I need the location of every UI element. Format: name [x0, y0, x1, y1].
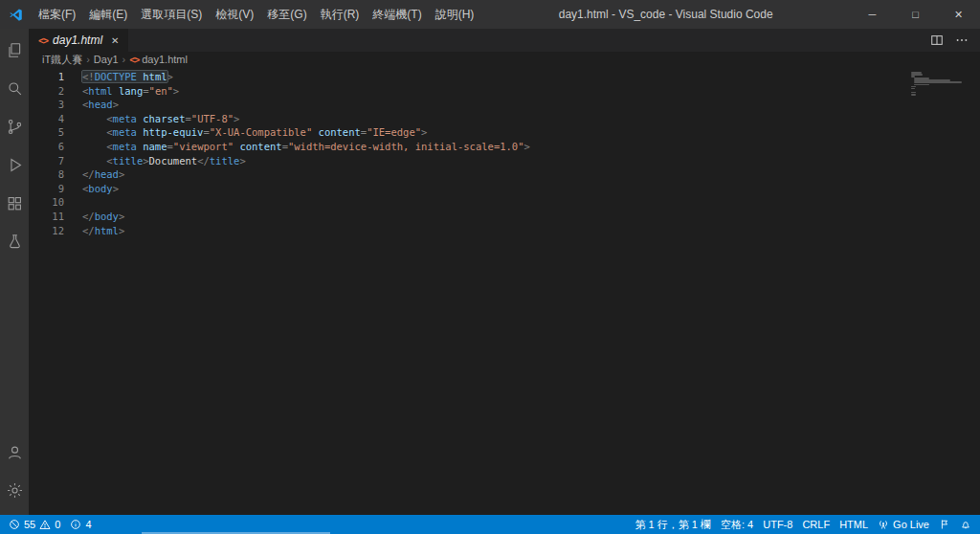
- tab-close-icon[interactable]: ✕: [111, 35, 119, 46]
- source-control-icon[interactable]: [0, 107, 29, 145]
- menu-item-selection[interactable]: 選取項目(S): [134, 0, 209, 29]
- line-number: 12: [29, 224, 64, 238]
- menu-item-help[interactable]: 說明(H): [429, 0, 481, 29]
- breadcrumb-item-day1[interactable]: Day1: [94, 54, 119, 65]
- feedback-button[interactable]: [934, 515, 955, 534]
- language-mode[interactable]: HTML: [835, 515, 873, 534]
- tab-bar: <> day1.html ✕: [29, 29, 980, 52]
- html-file-icon: <>: [129, 55, 139, 65]
- warning-icon: [39, 519, 51, 530]
- account-icon[interactable]: [0, 433, 29, 471]
- chevron-right-icon: ›: [86, 54, 90, 65]
- html-file-icon: <>: [38, 35, 48, 46]
- code-line[interactable]: 11</body>: [29, 210, 980, 224]
- minimap-line: [914, 84, 930, 86]
- encoding[interactable]: UTF-8: [758, 515, 797, 534]
- close-button[interactable]: ✕: [937, 0, 980, 29]
- line-number: 11: [29, 210, 64, 224]
- info-indicator[interactable]: 4: [65, 515, 96, 534]
- bell-icon: [960, 519, 971, 530]
- code-area: 1<!DOCTYPE html>2<html lang="en">3<head>…: [29, 70, 980, 237]
- line-number: 6: [29, 140, 64, 154]
- status-bar: 55 0 4 第 1 行，第 1 欄 空格: 4 UTF-8 CRLF HTML…: [0, 515, 980, 534]
- code-text: <html lang="en">: [82, 84, 179, 99]
- tab-day1-html[interactable]: <> day1.html ✕: [29, 29, 128, 52]
- run-debug-icon[interactable]: [0, 145, 29, 184]
- indentation[interactable]: 空格: 4: [716, 515, 758, 534]
- notifications-bell[interactable]: [955, 515, 976, 534]
- line-number: 8: [29, 167, 64, 182]
- go-live-button[interactable]: Go Live: [873, 515, 934, 534]
- editor[interactable]: 1<!DOCTYPE html>2<html lang="en">3<head>…: [29, 67, 980, 515]
- breadcrumb-label: iT鐵人賽: [42, 53, 82, 67]
- selection-highlight: <!DOCTYPE html: [82, 71, 167, 82]
- info-count: 4: [85, 519, 91, 530]
- menu-item-terminal[interactable]: 終端機(T): [366, 0, 428, 29]
- code-line[interactable]: 3<head>: [29, 98, 980, 112]
- line-number: 3: [29, 98, 64, 112]
- line-number: 4: [29, 112, 64, 126]
- breadcrumb: iT鐵人賽›Day1›<>day1.html: [29, 52, 980, 67]
- more-actions-icon[interactable]: [955, 33, 969, 47]
- code-line[interactable]: 12</html>: [29, 224, 980, 238]
- code-line[interactable]: 4 <meta charset="UTF-8">: [29, 112, 980, 126]
- code-line[interactable]: 10: [29, 195, 980, 210]
- menu-item-view[interactable]: 檢視(V): [209, 0, 260, 29]
- code-line[interactable]: 2<html lang="en">: [29, 84, 980, 99]
- testing-beaker-icon[interactable]: [0, 222, 29, 260]
- minimap-line: [911, 94, 916, 96]
- flag-icon: [939, 519, 950, 530]
- code-line[interactable]: 6 <meta name="viewport" content="width=d…: [29, 140, 980, 154]
- editor-group: <> day1.html ✕ iT鐵人賽›Day1›<>day1.html 1<…: [29, 29, 980, 515]
- error-count: 55: [24, 519, 35, 530]
- breadcrumb-item-day1-html[interactable]: <>day1.html: [129, 54, 188, 65]
- menu-item-edit[interactable]: 編輯(E): [82, 0, 134, 29]
- go-live-label: Go Live: [893, 519, 929, 530]
- explorer-icon[interactable]: [0, 31, 29, 69]
- minimize-button[interactable]: ─: [851, 0, 894, 29]
- main-area: <> day1.html ✕ iT鐵人賽›Day1›<>day1.html 1<…: [0, 29, 980, 515]
- menu-item-run[interactable]: 執行(R): [314, 0, 367, 29]
- vscode-window: 檔案(F)編輯(E)選取項目(S)檢視(V)移至(G)執行(R)終端機(T)說明…: [0, 0, 980, 534]
- cursor-position[interactable]: 第 1 行，第 1 欄: [631, 515, 716, 534]
- eol-selector[interactable]: CRLF: [797, 515, 835, 534]
- code-line[interactable]: 5 <meta http-equiv="X-UA-Compatible" con…: [29, 125, 980, 140]
- code-text: <title>Document</title>: [82, 154, 246, 168]
- line-number: 1: [29, 70, 64, 84]
- tab-label: day1.html: [53, 33, 102, 47]
- code-line[interactable]: 1<!DOCTYPE html>: [29, 70, 980, 84]
- minimap[interactable]: [911, 72, 967, 96]
- code-text: <body>: [82, 182, 119, 196]
- error-icon: [9, 519, 20, 530]
- line-number: 5: [29, 125, 64, 140]
- breadcrumb-label: day1.html: [142, 54, 188, 65]
- minimap-line: [911, 88, 915, 90]
- menu-item-go[interactable]: 移至(G): [260, 0, 313, 29]
- status-bar-right: 第 1 行，第 1 欄 空格: 4 UTF-8 CRLF HTML Go Liv…: [631, 515, 976, 534]
- warning-count: 0: [55, 519, 60, 530]
- code-text: </body>: [82, 210, 124, 224]
- activity-bar: [0, 29, 29, 515]
- code-text: <!DOCTYPE html>: [82, 70, 173, 84]
- minimap-line: [914, 81, 962, 83]
- split-editor-icon[interactable]: [930, 33, 944, 47]
- title-bar: 檔案(F)編輯(E)選取項目(S)檢視(V)移至(G)執行(R)終端機(T)說明…: [0, 0, 980, 29]
- code-text: </head>: [82, 167, 124, 182]
- maximize-button[interactable]: □: [894, 0, 937, 29]
- code-text: </html>: [82, 224, 124, 238]
- code-line[interactable]: 8</head>: [29, 167, 980, 182]
- extensions-icon[interactable]: [0, 184, 29, 222]
- breadcrumb-label: Day1: [94, 54, 119, 65]
- settings-gear-icon[interactable]: [0, 471, 29, 509]
- code-line[interactable]: 9<body>: [29, 182, 980, 196]
- menu-bar: 檔案(F)編輯(E)選取項目(S)檢視(V)移至(G)執行(R)終端機(T)說明…: [32, 0, 480, 29]
- menu-item-file[interactable]: 檔案(F): [32, 0, 82, 29]
- line-number: 2: [29, 84, 64, 99]
- breadcrumb-item-it-ironman[interactable]: iT鐵人賽: [42, 53, 82, 67]
- broadcast-tower-icon: [878, 519, 889, 530]
- problems-indicator[interactable]: 55 0: [4, 515, 65, 534]
- code-line[interactable]: 7 <title>Document</title>: [29, 154, 980, 168]
- search-icon[interactable]: [0, 69, 29, 107]
- code-text: <meta charset="UTF-8">: [82, 112, 239, 126]
- line-number: 10: [29, 195, 64, 210]
